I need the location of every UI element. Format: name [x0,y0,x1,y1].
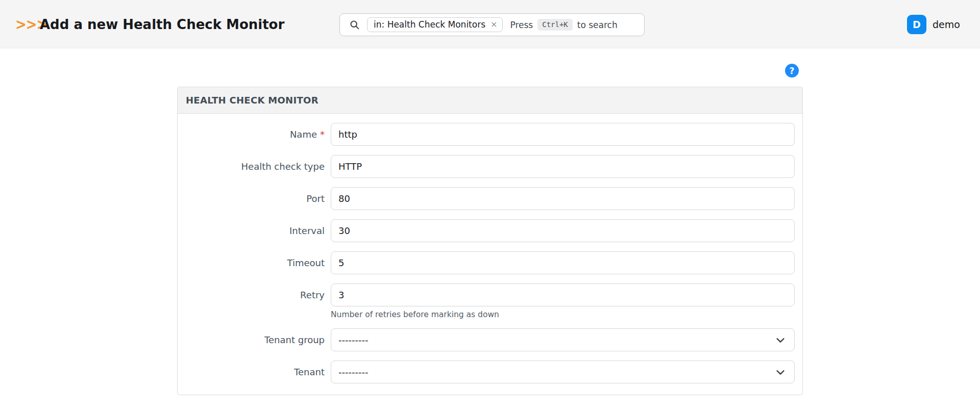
search-filter-chip-label: in: Health Check Monitors [374,19,485,30]
retry-field[interactable] [331,283,795,306]
user-menu[interactable]: D demo [907,14,960,35]
card-title: HEALTH CHECK MONITOR [186,95,318,106]
chip-remove-icon[interactable]: × [491,20,497,29]
timeout-label: Timeout [185,251,331,274]
retry-help-text: Number of retries before marking as down [331,310,795,319]
tenant-group-label: Tenant group [185,328,331,351]
help-button[interactable]: ? [785,64,799,78]
name-field[interactable] [331,123,795,146]
name-label: Name * [185,123,331,146]
form-row-name: Name * [185,123,795,146]
timeout-field[interactable] [331,251,795,274]
interval-field[interactable] [331,219,795,242]
form-row-health-check-type: Health check type [185,155,795,178]
page-title: Add a new Health Check Monitor [40,0,284,48]
interval-label: Interval [185,219,331,242]
search-hint-prefix: Press [510,20,533,30]
port-label: Port [185,187,331,210]
tenant-label: Tenant [185,360,331,383]
tenant-select[interactable]: --------- [331,360,795,383]
tenant-group-select-value: --------- [338,334,368,345]
ctrl-k-kbd: Ctrl+K [537,19,573,31]
username: demo [933,19,960,30]
tenant-select-value: --------- [338,367,368,377]
search-hint: Press Ctrl+K to search [510,19,617,31]
search-filter-chip[interactable]: in: Health Check Monitors × [367,17,503,32]
tenant-group-select[interactable]: --------- [331,328,795,351]
form-row-port: Port [185,187,795,210]
form-row-tenant: Tenant --------- [185,360,795,383]
health-check-type-field[interactable] [331,155,795,178]
chevron-down-icon [775,367,786,378]
form-row-interval: Interval [185,219,795,242]
card-body: Name * Health check type Port [178,114,802,395]
health-check-monitor-card: HEALTH CHECK MONITOR Name * Health check… [177,87,803,395]
avatar: D [907,15,926,34]
retry-label: Retry [185,283,331,306]
search-icon [349,19,360,30]
form-row-timeout: Timeout [185,251,795,274]
form-row-tenant-group: Tenant group --------- [185,328,795,351]
health-check-type-label: Health check type [185,155,331,178]
required-asterisk: * [320,129,325,140]
port-field[interactable] [331,187,795,210]
form-row-retry: Retry Number of retries before marking a… [185,283,795,319]
card-header: HEALTH CHECK MONITOR [178,87,802,114]
search-input[interactable]: in: Health Check Monitors × Press Ctrl+K… [339,13,645,36]
search-hint-suffix: to search [577,20,618,30]
chevron-down-icon [775,334,786,346]
top-bar: >>> Add a new Health Check Monitor in: H… [0,0,980,48]
